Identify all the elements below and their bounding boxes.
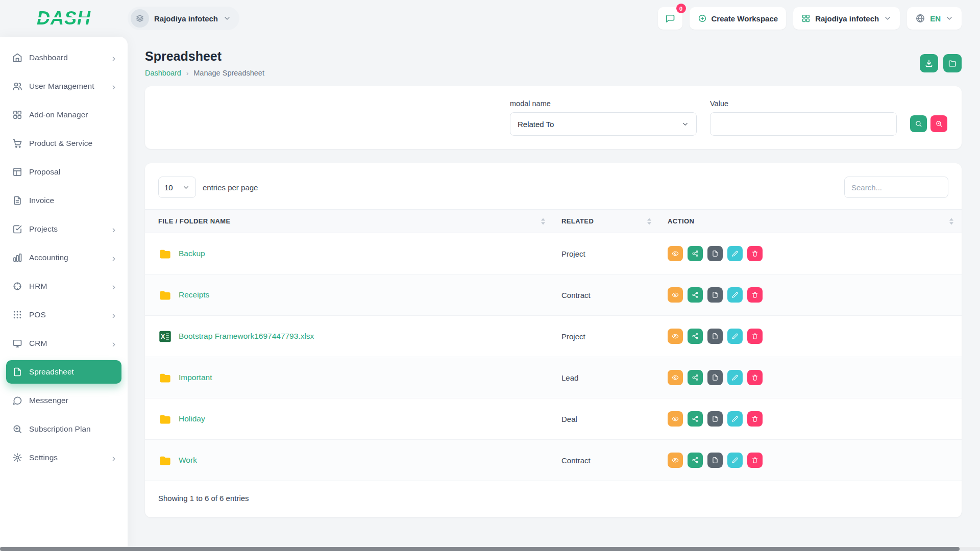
view-button[interactable] <box>668 287 683 303</box>
sidebar-item-spreadsheet[interactable]: Spreadsheet <box>6 360 121 384</box>
apply-filter-button[interactable] <box>910 115 927 132</box>
entries-per-page-select[interactable]: 10 <box>158 177 196 198</box>
chevron-right-icon: › <box>112 82 115 91</box>
share-button[interactable] <box>688 329 703 344</box>
view-button[interactable] <box>668 453 683 468</box>
company-dropdown[interactable]: Rajodiya infotech <box>793 7 900 30</box>
trash-icon <box>751 374 758 381</box>
file-name-link[interactable]: Holiday <box>179 414 205 423</box>
sidebar: Dashboard › User Management › Add-on Man… <box>0 37 128 551</box>
messages-button[interactable]: 0 <box>658 7 682 30</box>
share-button[interactable] <box>688 246 703 261</box>
column-file-folder-name[interactable]: FILE / FOLDER NAME <box>145 210 553 233</box>
view-button[interactable] <box>668 370 683 385</box>
sidebar-item-projects[interactable]: Projects › <box>6 217 121 241</box>
workspace-name: Rajodiya infotech <box>154 14 218 23</box>
folder-icon <box>158 371 172 385</box>
view-button[interactable] <box>668 329 683 344</box>
horizontal-scrollbar[interactable] <box>0 547 980 551</box>
related-cell: Lead <box>553 357 659 398</box>
file-button[interactable] <box>707 246 723 261</box>
delete-button[interactable] <box>747 411 763 427</box>
sidebar-item-settings[interactable]: Settings › <box>6 446 121 469</box>
sidebar-item-crm[interactable]: CRM › <box>6 332 121 355</box>
file-name-link[interactable]: Bootstrap Framework1697447793.xlsx <box>179 332 314 341</box>
sidebar-item-hrm[interactable]: HRM › <box>6 274 121 298</box>
edit-button[interactable] <box>727 370 743 385</box>
dot-grid-icon <box>12 310 22 320</box>
chevron-down-icon <box>182 184 190 191</box>
language-dropdown[interactable]: EN <box>907 7 962 30</box>
delete-button[interactable] <box>747 453 763 468</box>
edit-button[interactable] <box>727 287 743 303</box>
value-label: Value <box>710 99 897 108</box>
language-code: EN <box>930 14 941 23</box>
file-name-link[interactable]: Work <box>179 456 197 465</box>
create-workspace-button[interactable]: Create Workspace <box>690 7 787 30</box>
message-circle-icon <box>12 395 22 406</box>
delete-button[interactable] <box>747 287 763 303</box>
edit-button[interactable] <box>727 329 743 344</box>
page-actions <box>920 54 962 72</box>
delete-button[interactable] <box>747 329 763 344</box>
sidebar-item-addon-manager[interactable]: Add-on Manager <box>6 103 121 127</box>
delete-button[interactable] <box>747 246 763 261</box>
share-button[interactable] <box>688 411 703 427</box>
sidebar-item-product-service[interactable]: Product & Service <box>6 132 121 155</box>
pencil-icon <box>731 457 739 464</box>
row-actions <box>668 411 953 427</box>
file-button[interactable] <box>707 287 723 303</box>
edit-button[interactable] <box>727 246 743 261</box>
breadcrumb-dashboard-link[interactable]: Dashboard <box>145 69 181 77</box>
create-folder-button[interactable] <box>943 54 962 72</box>
page-header: Spreadsheet Dashboard › Manage Spreadshe… <box>145 49 962 77</box>
file-button[interactable] <box>707 329 723 344</box>
table-row: Backup Project <box>145 233 962 274</box>
pencil-icon <box>731 250 739 257</box>
edit-button[interactable] <box>727 411 743 427</box>
column-related[interactable]: RELATED <box>553 210 659 233</box>
edit-button[interactable] <box>727 453 743 468</box>
modal-name-select[interactable]: Related To <box>510 112 697 136</box>
export-file-button[interactable] <box>920 54 938 72</box>
sidebar-item-proposal[interactable]: Proposal <box>6 160 121 184</box>
sidebar-item-pos[interactable]: POS › <box>6 303 121 327</box>
delete-button[interactable] <box>747 370 763 385</box>
file-button[interactable] <box>707 370 723 385</box>
share-button[interactable] <box>688 453 703 468</box>
reset-filter-button[interactable] <box>930 115 947 132</box>
eye-icon <box>672 333 679 340</box>
file-name-link[interactable]: Backup <box>179 249 205 258</box>
view-button[interactable] <box>668 411 683 427</box>
share-button[interactable] <box>688 287 703 303</box>
file-name-link[interactable]: Receipts <box>179 290 209 299</box>
value-input[interactable] <box>710 112 897 136</box>
home-icon <box>12 53 22 63</box>
sort-icon <box>647 218 651 224</box>
sort-icon <box>541 218 545 224</box>
workspace-selector[interactable]: Rajodiya infotech <box>128 7 239 30</box>
share-button[interactable] <box>688 370 703 385</box>
sidebar-item-accounting[interactable]: Accounting › <box>6 246 121 269</box>
column-action[interactable]: ACTION <box>659 210 962 233</box>
table-row: Holiday Deal <box>145 398 962 440</box>
file-button[interactable] <box>707 411 723 427</box>
table-search-input[interactable] <box>844 177 948 198</box>
sidebar-item-messenger[interactable]: Messenger <box>6 389 121 412</box>
scrollbar-thumb[interactable] <box>0 547 960 551</box>
eye-icon <box>672 415 679 422</box>
folder-icon <box>158 288 172 302</box>
grid-icon <box>12 110 22 120</box>
view-button[interactable] <box>668 246 683 261</box>
sidebar-item-user-management[interactable]: User Management › <box>6 74 121 98</box>
chevron-down-icon <box>945 14 953 22</box>
sidebar-item-invoice[interactable]: Invoice <box>6 189 121 212</box>
related-cell: Deal <box>553 398 659 440</box>
related-cell: Project <box>553 233 659 274</box>
entries-summary: Showing 1 to 6 of 6 entries <box>145 481 962 515</box>
sidebar-item-subscription-plan[interactable]: Subscription Plan <box>6 417 121 441</box>
file-name-link[interactable]: Important <box>179 373 212 382</box>
brand-logo[interactable]: DASH <box>37 9 91 28</box>
sidebar-item-dashboard[interactable]: Dashboard › <box>6 46 121 69</box>
file-button[interactable] <box>707 453 723 468</box>
